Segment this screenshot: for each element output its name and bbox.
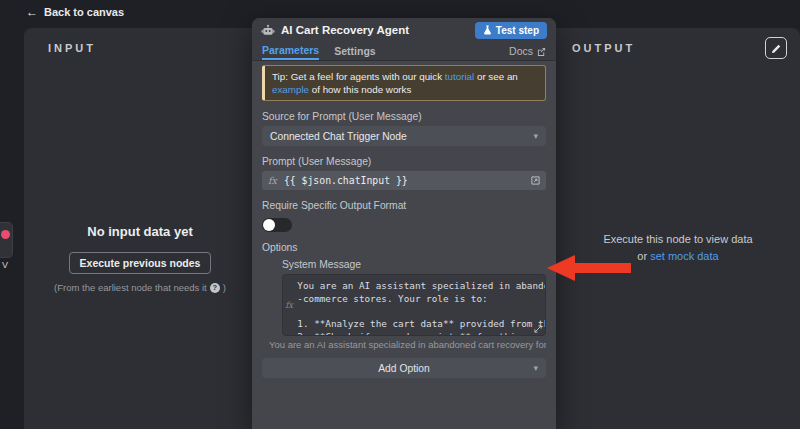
node-status-dot bbox=[1, 230, 10, 239]
prompt-label: Prompt (User Message) bbox=[262, 156, 546, 167]
add-option-select[interactable]: Add Option ▾ bbox=[262, 358, 546, 378]
chevron-down-icon: ▾ bbox=[533, 131, 538, 141]
tip-text: Tip: Get a feel for agents with our quic… bbox=[272, 71, 445, 82]
source-for-prompt-select[interactable]: Connected Chat Trigger Node ▾ bbox=[262, 126, 546, 146]
input-panel: INPUT No input data yet Execute previous… bbox=[24, 28, 256, 429]
back-to-canvas-label: Back to canvas bbox=[44, 6, 124, 18]
edit-output-button[interactable] bbox=[765, 37, 787, 59]
modal-tabs: Parameters Settings Docs bbox=[252, 42, 556, 61]
toggle-knob bbox=[263, 219, 275, 231]
tab-parameters[interactable]: Parameters bbox=[262, 42, 319, 60]
system-message-label: System Message bbox=[282, 259, 546, 270]
output-empty-or: or bbox=[637, 250, 650, 262]
options-label: Options bbox=[262, 242, 546, 253]
system-message-editor[interactable]: fx You are an AI assistant specialized i… bbox=[282, 274, 546, 336]
flask-icon bbox=[483, 25, 492, 35]
tab-settings[interactable]: Settings bbox=[334, 42, 375, 60]
parameters-pane: Tip: Get a feel for agents with our quic… bbox=[252, 61, 556, 388]
add-option-label: Add Option bbox=[378, 363, 430, 374]
expression-fx-icon: fx bbox=[268, 175, 277, 186]
input-hint: (From the earliest node that needs it ? … bbox=[24, 282, 256, 293]
docs-label: Docs bbox=[509, 45, 533, 57]
system-message-text[interactable]: You are an AI assistant specialized in a… bbox=[295, 275, 545, 335]
source-for-prompt-value: Connected Chat Trigger Node bbox=[270, 131, 407, 142]
tip-text-middle: or see an bbox=[474, 71, 518, 82]
pencil-icon bbox=[771, 43, 782, 54]
example-link[interactable]: example bbox=[272, 84, 309, 95]
output-panel: OUTPUT Execute this node to view data or… bbox=[556, 28, 800, 429]
node-title: AI Cart Recovery Agent bbox=[281, 24, 409, 36]
modal-header: AI Cart Recovery Agent Test step bbox=[252, 18, 556, 42]
tip-text-suffix: of how this node works bbox=[309, 84, 411, 95]
execute-previous-nodes-button[interactable]: Execute previous nodes bbox=[69, 252, 212, 274]
back-to-canvas-link[interactable]: ← Back to canvas bbox=[26, 6, 124, 18]
output-empty-line1: Execute this node to view data bbox=[556, 231, 800, 248]
source-for-prompt-label: Source for Prompt (User Message) bbox=[262, 111, 546, 122]
require-output-format-label: Require Specific Output Format bbox=[262, 200, 546, 211]
open-expression-editor-icon[interactable] bbox=[531, 176, 540, 185]
annotation-arrow bbox=[543, 253, 633, 283]
no-input-data-text: No input data yet bbox=[24, 224, 256, 239]
question-mark-icon[interactable]: ? bbox=[210, 283, 220, 293]
output-panel-title: OUTPUT bbox=[556, 28, 800, 54]
input-empty-state: No input data yet Execute previous nodes… bbox=[24, 224, 256, 293]
tutorial-link[interactable]: tutorial bbox=[445, 71, 474, 82]
options-group: System Message fx You are an AI assistan… bbox=[282, 259, 546, 350]
expression-fx-icon: fx bbox=[285, 300, 293, 310]
system-message-preview-hint: You are an AI assistant specialized in a… bbox=[269, 339, 546, 350]
require-output-format-toggle[interactable] bbox=[262, 218, 292, 232]
back-arrow-icon: ← bbox=[26, 6, 38, 18]
prompt-input[interactable]: fx {{ $json.chatInput }} bbox=[262, 171, 546, 190]
node-detail-modal: AI Cart Recovery Agent Test step Paramet… bbox=[252, 18, 556, 429]
tip-banner: Tip: Get a feel for agents with our quic… bbox=[262, 65, 546, 101]
robot-icon bbox=[261, 24, 275, 37]
resize-handle-icon[interactable] bbox=[534, 325, 542, 333]
docs-link[interactable]: Docs bbox=[509, 42, 546, 60]
system-message-fx-gutter: fx bbox=[283, 275, 295, 335]
canvas-node-partial[interactable] bbox=[0, 222, 13, 258]
input-panel-title: INPUT bbox=[24, 28, 256, 54]
external-link-icon bbox=[537, 47, 546, 56]
test-step-button[interactable]: Test step bbox=[475, 22, 547, 39]
canvas-node-partial-label: V bbox=[2, 260, 8, 270]
test-step-label: Test step bbox=[496, 25, 539, 36]
set-mock-data-link[interactable]: set mock data bbox=[650, 250, 718, 262]
input-hint-text: (From the earliest node that needs it bbox=[54, 282, 207, 293]
prompt-value: {{ $json.chatInput }} bbox=[284, 175, 408, 186]
chevron-down-icon: ▾ bbox=[533, 363, 538, 373]
input-hint-close: ) bbox=[223, 282, 226, 293]
